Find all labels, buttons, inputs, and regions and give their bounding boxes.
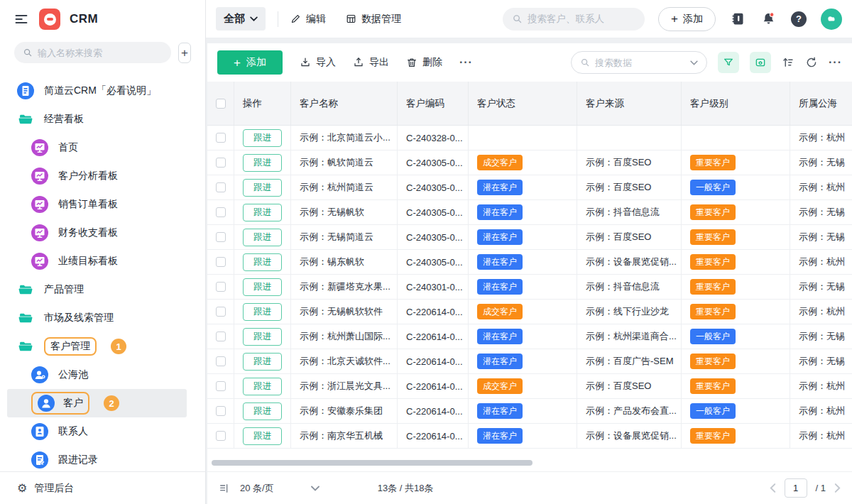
sidebar-search-field[interactable] [38,48,163,58]
table-row[interactable]: 跟进示例：无锡帆软软件C-220614-0...成交客户示例：线下行业沙龙重要客… [207,300,852,324]
follow-up-button[interactable]: 跟进 [243,154,282,172]
prev-page-button[interactable] [770,483,776,493]
display-settings-button[interactable] [750,52,771,73]
row-checkbox[interactable] [207,150,234,175]
row-checkbox[interactable] [207,374,234,398]
export-button[interactable]: 导出 [353,56,389,69]
sort-button[interactable] [782,56,794,69]
contacts-book-icon[interactable] [729,11,746,28]
select-all-checkbox[interactable] [207,82,234,125]
header-customer-status: 客户状态 [469,82,577,125]
help-icon[interactable]: ? [790,11,807,28]
follow-up-button[interactable]: 跟进 [243,129,282,147]
row-checkbox[interactable] [207,324,234,349]
row-checkbox[interactable] [207,349,234,373]
table-row[interactable]: 跟进示例：杭州简道云C-240305-0...潜在客户示例：百度SEO一般客户示… [207,175,852,200]
table-row[interactable]: 跟进示例：浙江晨光文具...C-220614-0...成交客户示例：百度SEO重… [207,374,852,399]
follow-up-button[interactable]: 跟进 [243,229,282,246]
sidebar-item[interactable]: 联系人 [0,417,205,446]
sidebar-item-label: 联系人 [58,425,88,438]
more-actions-button[interactable]: ··· [459,56,473,69]
global-search-input[interactable] [503,8,645,31]
cell-customer-source: 示例：抖音信息流 [577,200,682,224]
follow-up-button[interactable]: 跟进 [243,378,282,395]
sidebar-item[interactable]: 销售订单看板 [0,190,205,219]
sidebar-item[interactable]: 客户分析看板 [0,162,205,190]
row-checkbox[interactable] [207,200,234,224]
gear-icon: ⚙ [17,483,27,494]
sidebar-item[interactable]: 公海池 [0,361,205,389]
import-button[interactable]: 导入 [300,56,336,69]
follow-up-button[interactable]: 跟进 [243,353,282,371]
row-checkbox[interactable] [207,126,234,150]
status-badge: 潜在客户 [477,204,523,219]
follow-up-button[interactable]: 跟进 [243,328,282,346]
current-page-input[interactable]: 1 [785,478,807,498]
follow-up-button[interactable]: 跟进 [243,179,282,197]
table-row[interactable]: 跟进示例：北京简道云小...C-240328-0...示例：杭州 [207,126,852,150]
table-row[interactable]: 跟进示例：无锡帆软C-240305-0...潜在客户示例：抖音信息流重要客户示例… [207,200,852,225]
table-row[interactable]: 跟进示例：无锡简道云C-240305-0...潜在客户示例：百度SEO重要客户示… [207,225,852,250]
new-app-button[interactable]: + [178,43,191,63]
row-checkbox[interactable] [207,424,234,448]
sidebar-item[interactable]: 市场及线索管理 [0,304,205,332]
more-tools-button[interactable]: ··· [829,56,842,69]
edit-button[interactable]: 编辑 [290,13,326,26]
view-selector-dropdown[interactable]: 全部 [216,7,266,31]
collapse-menu-icon[interactable] [14,11,30,27]
row-checkbox[interactable] [207,175,234,199]
sidebar-item[interactable]: 经营看板 [0,105,205,133]
row-checkbox[interactable] [207,275,234,299]
table-row[interactable]: 跟进示例：锡东帆软C-240305-0...潜在客户示例：设备展览促销...重要… [207,250,852,275]
row-checkbox[interactable] [207,225,234,249]
refresh-button[interactable] [805,56,818,69]
cloud-icon [824,12,839,26]
data-search-input[interactable] [571,51,707,74]
global-search-field[interactable] [528,13,635,24]
global-add-button[interactable]: + 添加 [658,7,716,31]
user-avatar[interactable] [821,9,842,30]
admin-console-button[interactable]: ⚙ 管理后台 [0,471,205,504]
table-row[interactable]: 跟进示例：南京华五机械C-220614-0...潜在客户示例：设备展览促销...… [207,424,852,449]
sidebar-search-input[interactable] [14,42,171,63]
follow-up-button[interactable]: 跟进 [243,303,282,321]
follow-up-button[interactable]: 跟进 [243,427,282,445]
follow-up-button[interactable]: 跟进 [243,253,282,271]
next-page-button[interactable] [834,483,841,493]
page-size-value[interactable]: 20 条/页 [240,482,274,495]
app-logo-icon [39,9,60,30]
sidebar-item[interactable]: 财务收支看板 [0,219,205,247]
delete-button[interactable]: 删除 [406,56,442,69]
row-checkbox[interactable] [207,250,234,274]
follow-up-button[interactable]: 跟进 [243,278,282,296]
page-size-dropdown[interactable] [311,486,320,491]
sidebar-item[interactable]: 业绩目标看板 [0,247,205,275]
data-manage-button[interactable]: 数据管理 [346,13,401,26]
sidebar-item[interactable]: 跟进记录 [0,446,205,471]
row-checkbox[interactable] [207,399,234,423]
sidebar-item[interactable]: 客户管理1 [0,332,205,361]
table-row[interactable]: 跟进示例：杭州萧山国际...C-220614-0...潜在客户示例：杭州渠道商合… [207,324,852,349]
horizontal-scrollbar-thumb[interactable] [212,460,532,466]
table-row[interactable]: 跟进示例：新疆塔克水果...C-240301-0...潜在客户示例：抖音信息流重… [207,275,852,300]
sidebar-item[interactable]: 首页 [0,133,205,162]
level-badge: 一般客户 [690,403,736,418]
data-search-field[interactable] [595,57,685,68]
notifications-bell-icon[interactable] [760,11,777,28]
cell-action: 跟进 [234,349,291,373]
sidebar-item[interactable]: 产品管理 [0,275,205,304]
follow-up-button[interactable]: 跟进 [243,402,282,420]
table-row[interactable]: 跟进示例：北京天诚软件...C-220614-0...潜在客户示例：百度广告-S… [207,349,852,374]
cell-customer-pool: 示例：杭州 [790,399,852,423]
table-row[interactable]: 跟进示例：安徽泰乐集团C-220614-0...潜在客户示例：产品发布会直...… [207,399,852,424]
sidebar-item[interactable]: 简道云CRM「必看说明」 [0,77,205,105]
cell-customer-level: 重要客户 [682,374,790,398]
table-row[interactable]: 跟进示例：帆软简道云C-240305-0...成交客户示例：百度SEO重要客户示… [207,150,852,175]
add-record-button[interactable]: + 添加 [217,50,283,75]
filter-button[interactable] [718,52,739,73]
level-badge: 重要客户 [690,229,736,244]
row-checkbox[interactable] [207,300,234,324]
page-size-icon [219,483,230,494]
follow-up-button[interactable]: 跟进 [243,204,282,221]
sidebar-item-active[interactable]: 客户2 [7,389,187,417]
